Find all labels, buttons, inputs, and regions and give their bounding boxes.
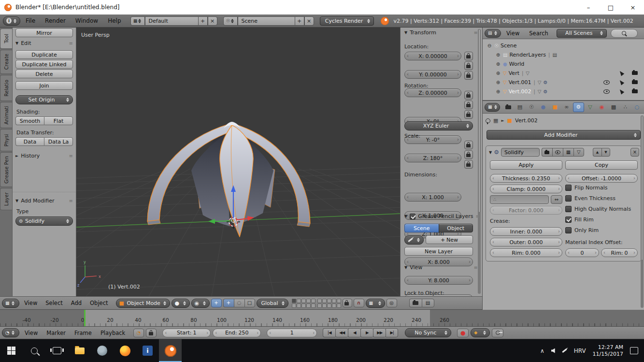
layer-cell-active[interactable] [292, 299, 296, 303]
thickness-field[interactable]: ‹Thickness:0.2350› [490, 174, 562, 183]
layer-cell[interactable] [327, 304, 331, 308]
move-down-button[interactable]: ▼ [601, 148, 610, 157]
rotate-manipulator-button[interactable]: ◌ [234, 299, 244, 307]
play-reverse-button[interactable]: ◀ [348, 328, 360, 337]
toolshelf-tab-grease-pencil[interactable]: Grease Pen [0, 152, 12, 187]
minimize-button[interactable]: – [577, 0, 600, 14]
file-explorer-button[interactable] [68, 339, 91, 362]
only-rim-checkbox[interactable] [565, 227, 572, 233]
insert-keyframe-button[interactable] [492, 329, 503, 337]
layout-delete-button[interactable]: × [208, 16, 217, 26]
shading-dropdown[interactable]: ● [172, 299, 190, 308]
layout-name-field[interactable]: Default [145, 16, 198, 26]
word-button[interactable]: i [136, 339, 159, 362]
render-engine-dropdown[interactable]: Cycles Render [320, 16, 374, 26]
keying-set-dropdown[interactable]: ◆ [471, 328, 490, 337]
layer-cell[interactable] [317, 299, 322, 303]
current-frame-field[interactable]: ‹1› [267, 329, 317, 337]
offset-field[interactable]: ‹Offset:-1.0000› [565, 174, 638, 183]
flat-button[interactable]: Flat [44, 116, 73, 125]
layer-cell[interactable] [322, 299, 327, 303]
scrollbar-thumb[interactable] [641, 116, 643, 261]
object-browse-icon[interactable]: ▦ [493, 118, 498, 123]
outliner-editor-button[interactable]: ▤ [485, 29, 501, 38]
preview-range-button[interactable]: ◔ [133, 329, 144, 337]
data-layout-button[interactable]: Data La [44, 137, 73, 146]
outliner-row-world[interactable]: ⊕ ● World [483, 59, 644, 68]
delete-button[interactable]: Delete [15, 70, 73, 78]
lock-rotation-x-button[interactable] [464, 91, 473, 100]
data-button[interactable]: Data [15, 137, 44, 146]
set-origin-dropdown[interactable]: Set Origin [15, 95, 73, 104]
tab-world[interactable]: ● [538, 102, 549, 112]
mirror-button[interactable]: Mirror [15, 29, 73, 37]
snap-target-button[interactable]: ◎ [386, 299, 397, 307]
outliner-row-vert[interactable]: ⊕ ▽ Vert | ▽ [483, 69, 644, 77]
selectable-toggle[interactable] [618, 70, 624, 76]
layer-cell[interactable] [337, 304, 341, 308]
render-toggle[interactable] [632, 80, 638, 84]
apply-button[interactable]: Apply [490, 160, 562, 170]
tab-physics[interactable]: ○ [631, 102, 643, 112]
toolshelf-tab-create[interactable]: Create [0, 50, 12, 74]
lock-scale-y-button[interactable] [464, 150, 473, 159]
layer-cell[interactable] [297, 304, 301, 308]
blender-taskbar-button[interactable] [159, 339, 182, 362]
visibility-toggle[interactable] [603, 89, 610, 94]
transform-panel-header[interactable]: ▼ Transform ≡ [404, 29, 478, 36]
outliner-row-vert-001[interactable]: ⊕ ▽ Vert.001 | ▽ ⚙ [483, 78, 644, 87]
view-panel-header[interactable]: ▼ View ≡ [404, 264, 478, 271]
manipulator-toggle[interactable]: + [211, 299, 222, 307]
layer-cell[interactable] [327, 299, 331, 303]
render-toggle[interactable] [632, 71, 638, 75]
start-button[interactable] [0, 339, 23, 362]
tray-expand-icon[interactable]: ∧ [540, 348, 544, 354]
scene-delete-button[interactable]: × [304, 16, 314, 26]
viewport-menu-object[interactable]: Object [86, 300, 111, 306]
gp-new-layer-button[interactable]: New Layer [404, 247, 473, 256]
crease-inner-field[interactable]: ‹Inner:0.000› [490, 227, 562, 236]
next-keyframe-button[interactable]: ▶▶ [373, 328, 386, 337]
collapse-icon[interactable]: ▼ [489, 150, 492, 155]
material-index-field[interactable]: ‹0› [565, 248, 599, 257]
viewport-canvas[interactable]: x y z [76, 28, 400, 296]
firefox-button[interactable] [114, 339, 136, 362]
smooth-button[interactable]: Smooth [15, 116, 44, 125]
layer-cell[interactable] [311, 304, 315, 308]
scrollbar-thumb[interactable] [478, 29, 480, 213]
layer-cell[interactable] [301, 299, 306, 303]
display-viewport-toggle[interactable] [552, 148, 563, 157]
opengl-render-anim-button[interactable]: ▤ [422, 299, 434, 307]
scene-browse-button[interactable]: ☉ [223, 16, 238, 26]
layer-cell[interactable] [311, 299, 315, 303]
outliner-search-field[interactable] [611, 29, 638, 38]
modifier-type-dropdown[interactable]: ⚙ Solidify [15, 217, 73, 226]
current-frame-marker[interactable] [84, 310, 86, 327]
end-frame-field[interactable]: ‹End:250› [213, 329, 261, 337]
outliner-menu-view[interactable]: View [502, 28, 524, 39]
timeline-menu-frame[interactable]: Frame [71, 330, 95, 336]
opengl-render-still-button[interactable] [409, 299, 422, 307]
layer-cell[interactable] [322, 304, 327, 308]
toolshelf-tab-tools[interactable]: Tool [0, 29, 12, 49]
rotation-mode-dropdown[interactable]: XYZ Euler [404, 121, 473, 130]
vgroup-invert-button[interactable]: ⇔ [551, 195, 562, 204]
record-button[interactable]: ● [457, 329, 469, 337]
properties-scrollbar[interactable] [641, 116, 644, 308]
fill-rim-checkbox[interactable] [565, 217, 572, 223]
npanel-scrollbar[interactable] [478, 29, 481, 294]
selectable-toggle[interactable] [618, 79, 624, 86]
lock-rotation-y-button[interactable] [464, 101, 473, 109]
add-modifier-dropdown[interactable]: Add Modifier [487, 130, 641, 140]
timeline-ruler[interactable]: -40 -20 0 20 40 60 80 100 120 140 160 18… [0, 310, 644, 327]
scale-manipulator-button[interactable]: □ [244, 299, 255, 307]
tab-particles[interactable]: ∴ [620, 102, 631, 112]
tab-object[interactable]: ■ [549, 102, 560, 112]
volume-icon[interactable] [551, 348, 555, 353]
dimensions-y-field[interactable]: ‹Y:8.000› [404, 276, 473, 285]
render-toggle[interactable] [632, 89, 638, 93]
vertex-group-field[interactable]: ∴ [490, 195, 549, 204]
delete-modifier-button[interactable]: × [630, 148, 639, 157]
editor-type-button[interactable]: i [3, 16, 20, 26]
layer-cell[interactable] [337, 299, 341, 303]
